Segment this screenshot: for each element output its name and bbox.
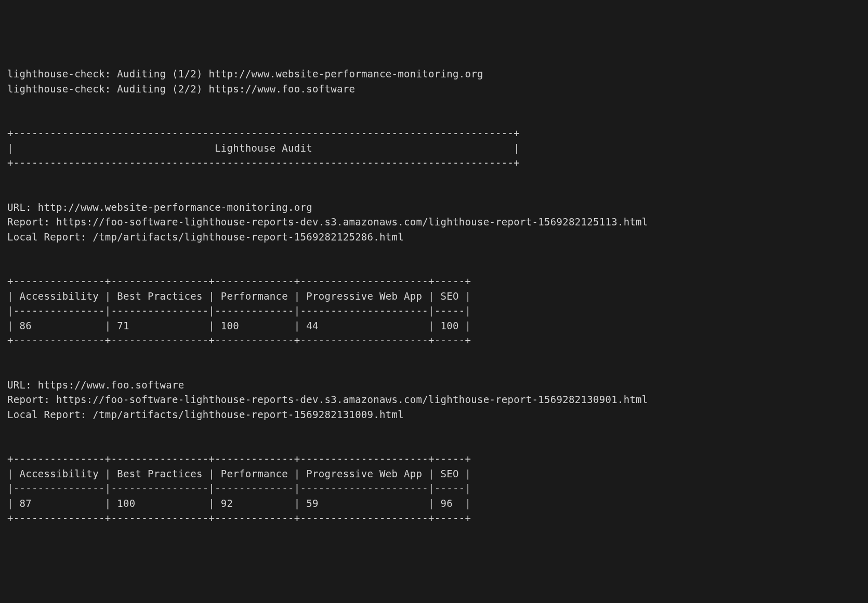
- audit-line-2: lighthouse-check: Auditing (2/2) https:/…: [7, 83, 355, 95]
- program-prefix: lighthouse-check:: [7, 68, 117, 79]
- audit-url: http://www.website-performance-monitorin…: [208, 68, 483, 79]
- scores-table-border-top: +---------------+----------------+------…: [7, 453, 471, 464]
- report-local-line: Local Report: /tmp/artifacts/lighthouse-…: [7, 231, 404, 243]
- local-label: Local Report:: [7, 231, 93, 243]
- scores-table-border-top: +---------------+----------------+------…: [7, 275, 471, 287]
- header-box-title: | Lighthouse Audit |: [7, 142, 520, 154]
- report-local-path: /tmp/artifacts/lighthouse-report-1569282…: [93, 231, 404, 243]
- header-box-bottom: +---------------------------------------…: [7, 157, 520, 168]
- report-url: http://www.website-performance-monitorin…: [38, 202, 312, 213]
- report-url-line: URL: http://www.website-performance-moni…: [7, 202, 312, 213]
- scores-table-values: | 87 | 100 | 92 | 59 | 96 |: [7, 498, 471, 509]
- scores-table-headers: | Accessibility | Best Practices | Perfo…: [7, 290, 471, 302]
- report-label: Report:: [7, 216, 56, 227]
- report-local-path: /tmp/artifacts/lighthouse-report-1569282…: [93, 409, 404, 420]
- report-remote-path: https://foo-software-lighthouse-reports-…: [56, 216, 648, 227]
- scores-table-headers: | Accessibility | Best Practices | Perfo…: [7, 468, 471, 479]
- scores-table-separator: |---------------|----------------|------…: [7, 483, 471, 494]
- scores-table-border-bottom: +---------------+----------------+------…: [7, 512, 471, 524]
- scores-table-border-bottom: +---------------+----------------+------…: [7, 334, 471, 346]
- report-remote-path: https://foo-software-lighthouse-reports-…: [56, 394, 648, 405]
- program-prefix: lighthouse-check:: [7, 83, 117, 95]
- report-url-line: URL: https://www.foo.software: [7, 379, 184, 391]
- audit-action: Auditing (1/2): [117, 68, 208, 79]
- terminal-output: lighthouse-check: Auditing (1/2) http://…: [7, 66, 861, 526]
- report-local-line: Local Report: /tmp/artifacts/lighthouse-…: [7, 409, 404, 420]
- audit-url: https://www.foo.software: [208, 83, 355, 95]
- scores-table-values: | 86 | 71 | 100 | 44 | 100 |: [7, 320, 471, 331]
- report-label: Report:: [7, 394, 56, 405]
- url-label: URL:: [7, 202, 38, 213]
- report-url: https://www.foo.software: [38, 379, 185, 391]
- local-label: Local Report:: [7, 409, 93, 420]
- url-label: URL:: [7, 379, 38, 391]
- audit-action: Auditing (2/2): [117, 83, 208, 95]
- report-remote-line: Report: https://foo-software-lighthouse-…: [7, 216, 648, 227]
- audit-line-1: lighthouse-check: Auditing (1/2) http://…: [7, 68, 483, 79]
- scores-table-separator: |---------------|----------------|------…: [7, 305, 471, 316]
- report-remote-line: Report: https://foo-software-lighthouse-…: [7, 394, 648, 405]
- header-box-top: +---------------------------------------…: [7, 127, 520, 139]
